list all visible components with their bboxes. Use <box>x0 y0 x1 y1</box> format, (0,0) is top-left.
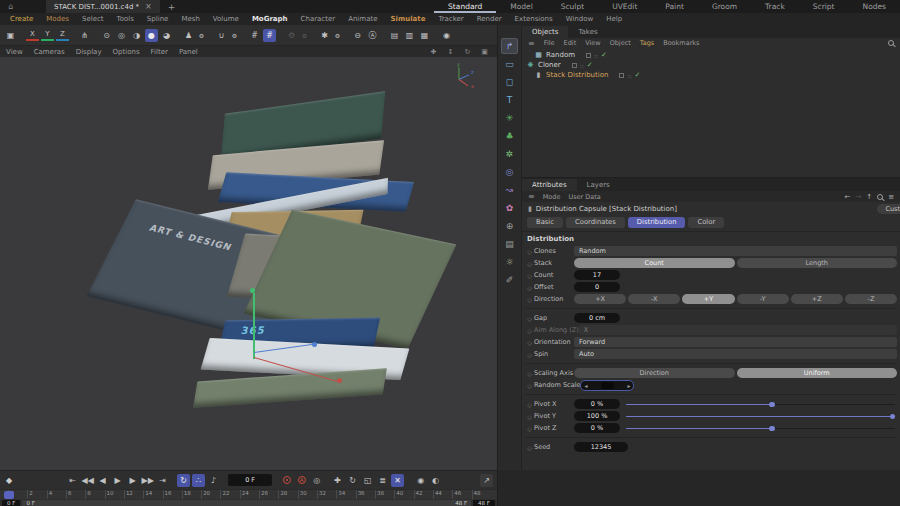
layer-toggle[interactable] <box>572 63 577 68</box>
solo-off-icon[interactable]: ◉ <box>414 474 427 487</box>
layer-toggle[interactable] <box>586 53 591 58</box>
tree-row-stack-distribution[interactable]: ▮Stack Distribution::✓ <box>522 70 900 80</box>
gear-disabled2-icon[interactable]: ⚙ <box>300 29 309 42</box>
axis-z-lock-icon[interactable]: Z <box>56 29 69 41</box>
workspace-tab-standard[interactable]: Standard <box>434 0 496 13</box>
axis-x-lock-icon[interactable]: X <box>26 29 39 41</box>
workplane-icon[interactable]: ▣ <box>4 29 17 42</box>
simulate-settings-icon[interactable]: ⚙ <box>230 29 239 42</box>
deformer-icon[interactable]: ✿ <box>501 200 518 216</box>
up-icon[interactable]: ↑ <box>866 193 872 201</box>
record-position-icon[interactable]: ✚ <box>331 474 344 487</box>
section-tab-coordinates[interactable]: Coordinates <box>566 217 625 228</box>
gear-disabled-icon[interactable]: ⚙ <box>285 29 298 42</box>
text-icon[interactable]: T <box>501 92 518 108</box>
anim-dot[interactable]: ◇ <box>525 248 534 255</box>
tab-takes[interactable]: Takes <box>568 26 607 38</box>
viewport-canvas[interactable]: ART & DESIGN365 y z x <box>0 57 497 470</box>
range-start-field[interactable]: 0 F <box>2 500 20 506</box>
option-count[interactable]: Count <box>574 258 735 268</box>
track-pen-icon[interactable]: ↱ <box>501 38 518 54</box>
anim-dot[interactable]: ◇ <box>525 260 534 267</box>
character-settings-icon[interactable]: ⚙ <box>197 29 206 42</box>
mode-polygons-icon[interactable]: ◕ <box>160 29 173 42</box>
goto-end-button[interactable]: ⇥ <box>156 474 169 487</box>
back-icon[interactable]: ← <box>845 193 851 201</box>
workspace-tab-script[interactable]: Script <box>799 0 849 13</box>
effector-icon[interactable]: ✲ <box>501 146 518 162</box>
pivot-z-slider[interactable] <box>626 423 897 433</box>
workspace-tab-groom[interactable]: Groom <box>698 0 751 13</box>
circled-a-icon[interactable]: Ⓐ <box>366 29 379 42</box>
anim-dot[interactable]: ◇ <box>525 425 534 432</box>
record-keyframe-icon[interactable] <box>280 474 293 487</box>
anim-dot[interactable]: ◇ <box>525 444 534 451</box>
anim-dot[interactable]: ◇ <box>525 382 534 389</box>
visibility-dots[interactable]: :: <box>627 72 631 79</box>
gap-field[interactable]: 0 cm <box>574 313 620 323</box>
array-icon[interactable]: ♣ <box>501 128 518 144</box>
timeline-ruler[interactable]: 0246810121416182022242628303234363840424… <box>0 489 497 499</box>
speaker-icon[interactable]: ♪ <box>207 474 220 487</box>
viewport-menu-filter[interactable]: Filter <box>151 48 168 56</box>
menu-window[interactable]: Window <box>566 15 594 23</box>
play-button[interactable]: ▶ <box>111 474 124 487</box>
axis-y-lock-icon[interactable]: Y <box>41 29 54 41</box>
workspace-tab-paint[interactable]: Paint <box>651 0 698 13</box>
render-stack-icon[interactable]: ▤ <box>501 236 518 252</box>
visibility-dots[interactable]: :: <box>580 62 584 69</box>
filter-icon[interactable]: ≡ <box>888 193 894 201</box>
objects-menu-view[interactable]: View <box>585 39 600 47</box>
keyframe-selection-icon[interactable]: ◎ <box>310 474 323 487</box>
render-settings-icon[interactable]: ▥ <box>403 29 416 42</box>
goto-start-button[interactable]: ⇤ <box>66 474 79 487</box>
anim-dot[interactable]: ◇ <box>525 351 534 358</box>
prev-key-button[interactable]: ◀◀ <box>81 474 94 487</box>
home-icon[interactable]: ⌂ <box>0 2 22 11</box>
menu-create[interactable]: Create <box>10 15 33 23</box>
x-axis-dot[interactable] <box>337 378 342 383</box>
workspace-tab-uvedit[interactable]: UVEdit <box>598 0 651 13</box>
option-uniform[interactable]: Uniform <box>737 368 898 378</box>
play-sound-icon[interactable]: ∴ <box>192 474 205 487</box>
mode-menu[interactable]: Mode <box>543 193 561 201</box>
tab-attributes[interactable]: Attributes <box>522 179 577 191</box>
tree-row-random[interactable]: ▦Random::✓ <box>522 50 900 60</box>
objects-menu-bookmarks[interactable]: Bookmarks <box>663 39 699 47</box>
tab-layers[interactable]: Layers <box>577 179 620 191</box>
objects-menu-tags[interactable]: Tags <box>640 39 654 47</box>
rectangle-spline-icon[interactable]: ▭ <box>501 56 518 72</box>
mode-points-icon[interactable]: ● <box>145 29 158 42</box>
section-tab-basic[interactable]: Basic <box>527 217 563 228</box>
solo-single-icon[interactable]: ◐ <box>429 474 442 487</box>
next-key-button[interactable]: ▶▶ <box>141 474 154 487</box>
character-icon[interactable]: ♟ <box>182 29 195 42</box>
tree-row-cloner[interactable]: ❋Cloner::✓ <box>522 60 900 70</box>
snap-grid-icon[interactable]: # <box>263 29 276 42</box>
picture-viewer-icon[interactable]: ◉ <box>440 29 453 42</box>
increment-icon[interactable]: ▸ <box>627 382 630 389</box>
viewport-menu-options[interactable]: Options <box>113 48 140 56</box>
section-tab-color[interactable]: Color <box>688 217 724 228</box>
random-scale-stepper[interactable]: ◂ ▸ <box>580 380 634 391</box>
seed-field[interactable]: 12345 <box>574 442 628 452</box>
capsule-icon[interactable]: ✱ <box>318 29 331 42</box>
light-icon[interactable]: ☼ <box>501 254 518 270</box>
render-view-icon[interactable]: ▤ <box>388 29 401 42</box>
y-axis-handle[interactable] <box>253 293 255 359</box>
layer-toggle[interactable] <box>619 73 624 78</box>
viewport-menu-panel[interactable]: Panel <box>179 48 198 56</box>
y-axis-dot[interactable] <box>250 288 255 293</box>
enabled-check-icon[interactable]: ✓ <box>601 51 607 59</box>
pivot-y-field[interactable]: 100 % <box>574 411 620 421</box>
cloner-icon[interactable]: ✳ <box>501 110 518 126</box>
anim-dot[interactable]: ◇ <box>525 339 534 346</box>
menu-tracker[interactable]: Tracker <box>438 15 463 23</box>
menu-simulate[interactable]: Simulate <box>390 15 425 23</box>
record-rotation-icon[interactable]: ↻ <box>346 474 359 487</box>
option-+x[interactable]: +X <box>574 294 626 304</box>
anim-dot[interactable]: ◇ <box>525 370 534 377</box>
objects-menu-object[interactable]: Object <box>610 39 631 47</box>
search-icon[interactable] <box>888 40 894 46</box>
anim-dot[interactable]: ◇ <box>525 284 534 291</box>
